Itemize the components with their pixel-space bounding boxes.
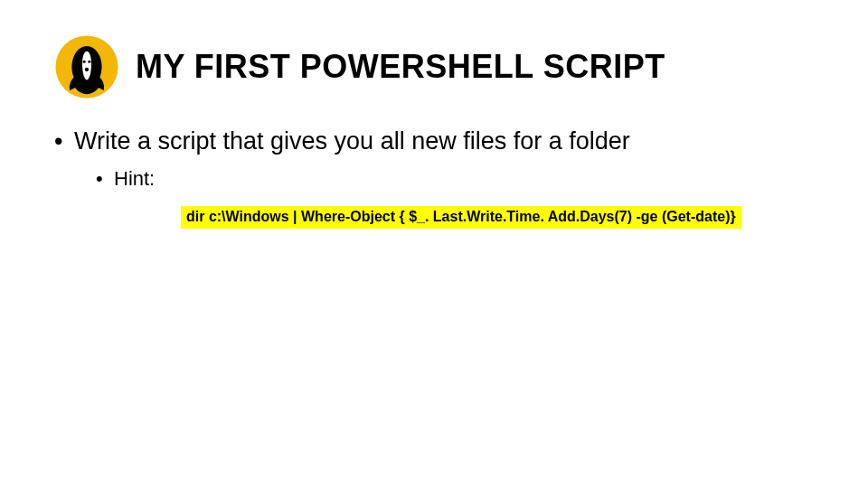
slide-header: MY FIRST POWERSHELL SCRIPT [54, 34, 665, 99]
slide: MY FIRST POWERSHELL SCRIPT Write a scrip… [0, 0, 868, 488]
svg-point-2 [88, 61, 90, 63]
svg-point-3 [85, 68, 89, 71]
svg-point-1 [83, 61, 86, 63]
bullet-hint: Hint: [96, 166, 814, 192]
bullet-sublist: Hint: [96, 166, 814, 192]
bullet-list: Write a script that gives you all new fi… [54, 127, 814, 230]
code-wrap: dir c:\Windows | Where-Object { $_. Last… [181, 199, 814, 230]
bullet-hint-label: Hint: [114, 167, 155, 190]
hint-code-box: dir c:\Windows | Where-Object { $_. Last… [181, 206, 741, 229]
bullet-main: Write a script that gives you all new fi… [54, 127, 814, 230]
slide-title: MY FIRST POWERSHELL SCRIPT [136, 48, 665, 86]
slide-body: Write a script that gives you all new fi… [54, 127, 814, 230]
bullet-main-text: Write a script that gives you all new fi… [74, 127, 630, 155]
badger-emblem-icon [54, 34, 119, 99]
